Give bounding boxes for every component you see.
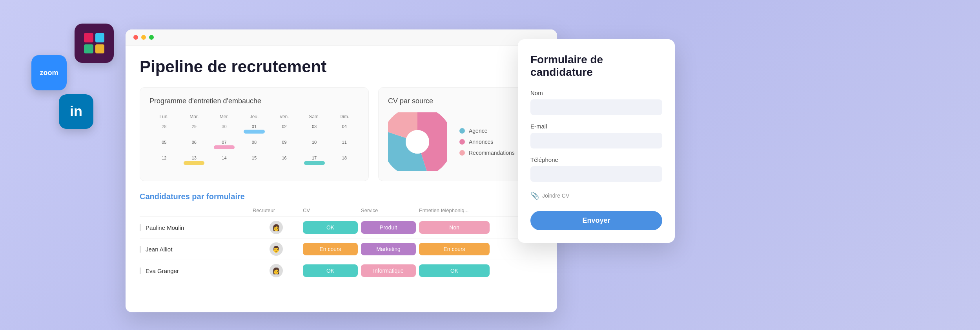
service-status: Marketing	[361, 243, 416, 255]
maximize-button[interactable]	[149, 35, 154, 40]
main-window: Pipeline de recrutement Programme d'entr…	[126, 29, 557, 312]
calendar-title: Programme d'entretien d'embauche	[149, 97, 359, 105]
cal-cell: 18	[330, 153, 359, 168]
col-name	[140, 207, 250, 213]
cal-cell: 09	[270, 138, 299, 152]
cv-status: En cours	[303, 243, 358, 255]
cal-cell: 06	[180, 138, 209, 152]
cv-tag: OK	[303, 264, 358, 277]
cal-header-1: Mar.	[180, 112, 209, 121]
cal-cell: 01	[240, 122, 269, 137]
cal-cell: 30	[209, 122, 239, 137]
pie-chart	[388, 112, 447, 171]
close-button[interactable]	[133, 35, 138, 40]
candidate-name: Eva Granger	[140, 268, 250, 274]
cal-header-5: Sam.	[300, 112, 329, 121]
dashboard-grid: Programme d'entretien d'embauche Lun. Ma…	[140, 87, 543, 181]
cal-cell: 03	[300, 122, 329, 137]
candidate-name: Pauline Moulin	[140, 224, 250, 231]
cal-cell: 05	[149, 138, 179, 152]
avatar: 👩	[270, 221, 283, 234]
service-tag: Informatique	[361, 264, 416, 277]
legend-dot-recommandations	[459, 150, 465, 156]
candidatures-title: Candidatures par formulaire	[140, 192, 543, 201]
cal-cell: 16	[270, 153, 299, 168]
cv-tag: En cours	[303, 243, 358, 255]
email-group: E-mail	[530, 123, 662, 148]
cal-header-0: Lun.	[149, 112, 179, 121]
cv-status: OK	[303, 264, 358, 277]
candidatures-table: Recruteur CV Service Entretien téléphoni…	[140, 207, 543, 281]
email-label: E-mail	[530, 123, 662, 130]
cal-cell: 10	[300, 138, 329, 152]
cal-cell: 14	[209, 153, 239, 168]
avatar: 👩	[270, 264, 283, 277]
pie-legend: Agence Annonces Recommandations	[459, 128, 515, 156]
pie-container: Agence Annonces Recommandations	[388, 112, 533, 171]
cal-header-2: Mer.	[209, 112, 239, 121]
calendar-widget: Programme d'entretien d'embauche Lun. Ma…	[140, 87, 369, 181]
cal-cell: 02	[270, 122, 299, 137]
cal-cell: 17	[300, 153, 329, 168]
entretien-status: En cours	[419, 243, 490, 255]
slack-icon	[75, 24, 114, 63]
telephone-label: Téléphone	[530, 156, 662, 163]
minimize-button[interactable]	[141, 35, 146, 40]
cal-cell: 04	[330, 122, 359, 137]
cal-header-6: Dim.	[330, 112, 359, 121]
avatar: 👨	[270, 242, 283, 256]
window-chrome	[126, 29, 557, 46]
attach-icon: 📎	[530, 191, 539, 200]
entretien-status: OK	[419, 264, 490, 277]
legend-item-agence: Agence	[459, 128, 515, 134]
avatar-col: 👩	[253, 264, 300, 277]
table-header: Recruteur CV Service Entretien téléphoni…	[140, 207, 543, 216]
nom-group: Nom	[530, 90, 662, 115]
service-tag: Marketing	[361, 243, 416, 255]
legend-item-annonces: Annonces	[459, 139, 515, 145]
nom-input[interactable]	[530, 99, 662, 115]
page-title: Pipeline de recrutement	[140, 57, 543, 76]
attach-label: Joindre CV	[542, 192, 569, 199]
form-panel: Formulaire de candidature Nom E-mail Tél…	[518, 39, 675, 243]
cal-cell: 13	[180, 153, 209, 168]
form-title: Formulaire de candidature	[530, 53, 662, 79]
col-entretien: Entretien téléphoniq...	[419, 207, 490, 213]
cal-header-3: Jeu.	[240, 112, 269, 121]
cal-header-4: Ven.	[270, 112, 299, 121]
cv-tag: OK	[303, 221, 358, 234]
col-recruteur: Recruteur	[253, 207, 300, 213]
svg-point-3	[406, 130, 429, 154]
telephone-input[interactable]	[530, 166, 662, 182]
cal-cell: 07	[209, 138, 239, 152]
telephone-group: Téléphone	[530, 156, 662, 182]
cal-cell: 11	[330, 138, 359, 152]
candidatures-section: Candidatures par formulaire Recruteur CV…	[140, 192, 543, 281]
cal-cell: 28	[149, 122, 179, 137]
entretien-tag: OK	[419, 264, 490, 277]
cv-status: OK	[303, 221, 358, 234]
cal-cell: 12	[149, 153, 179, 168]
legend-item-recommandations: Recommandations	[459, 150, 515, 156]
linkedin-icon: in	[59, 94, 93, 129]
service-status: Produit	[361, 221, 416, 234]
candidate-name: Jean Alliot	[140, 246, 250, 253]
attach-row[interactable]: 📎 Joindre CV	[530, 191, 662, 200]
legend-dot-annonces	[459, 139, 465, 145]
service-tag: Produit	[361, 221, 416, 234]
cal-cell: 29	[180, 122, 209, 137]
cal-cell: 08	[240, 138, 269, 152]
table-row: Jean Alliot 👨 En cours Marketing En cour…	[140, 238, 543, 260]
table-row: Eva Granger 👩 OK Informatique OK	[140, 260, 543, 281]
cal-cell: 15	[240, 153, 269, 168]
nom-label: Nom	[530, 90, 662, 96]
pie-title: CV par source	[388, 97, 533, 105]
calendar-grid: Lun. Mar. Mer. Jeu. Ven. Sam. Dim. 28 29…	[149, 112, 359, 168]
avatar-col: 👩	[253, 221, 300, 234]
email-input[interactable]	[530, 133, 662, 148]
entretien-tag: Non	[419, 221, 490, 234]
service-status: Informatique	[361, 264, 416, 277]
entretien-tag: En cours	[419, 243, 490, 255]
submit-button[interactable]: Envoyer	[530, 211, 662, 230]
legend-dot-agence	[459, 128, 465, 134]
